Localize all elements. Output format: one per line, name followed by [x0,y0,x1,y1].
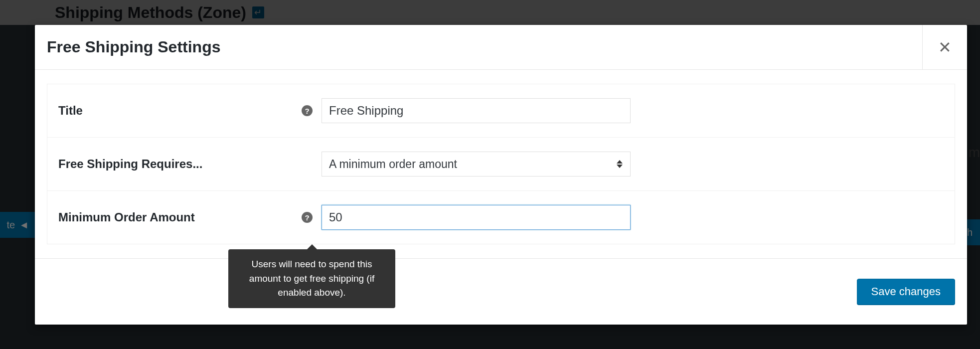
help-icon[interactable]: ? [302,212,313,223]
modal-footer: Save changes [35,258,967,325]
min-amount-label: Minimum Order Amount [58,210,195,224]
form-table: Title ? Free Shipping Requires... A mini… [47,84,955,244]
requires-select-wrap: A minimum order amount [322,152,631,176]
form-label-cell: Minimum Order Amount ? [58,210,322,224]
title-label: Title [58,104,83,118]
save-button[interactable]: Save changes [857,279,955,305]
form-row-title: Title ? [47,84,955,138]
help-tooltip: Users will need to spend this amount to … [228,249,395,308]
modal-header: Free Shipping Settings ✕ [35,25,967,70]
close-button[interactable]: ✕ [922,25,967,70]
help-icon[interactable]: ? [302,105,313,116]
requires-label: Free Shipping Requires... [58,157,202,171]
form-input-cell [322,205,631,230]
form-row-min-amount: Minimum Order Amount ? [47,191,955,244]
form-input-cell [322,98,631,123]
settings-modal: Free Shipping Settings ✕ Title ? Free Sh… [35,25,967,325]
form-input-cell: A minimum order amount [322,152,631,176]
modal-body: Title ? Free Shipping Requires... A mini… [35,70,967,244]
form-label-cell: Title ? [58,104,322,118]
title-input[interactable] [322,98,631,123]
form-row-requires: Free Shipping Requires... A minimum orde… [47,138,955,191]
min-amount-input[interactable] [322,205,631,230]
modal-title: Free Shipping Settings [47,38,220,56]
close-icon: ✕ [938,38,952,57]
form-label-cell: Free Shipping Requires... [58,157,322,171]
requires-select[interactable]: A minimum order amount [322,152,631,176]
